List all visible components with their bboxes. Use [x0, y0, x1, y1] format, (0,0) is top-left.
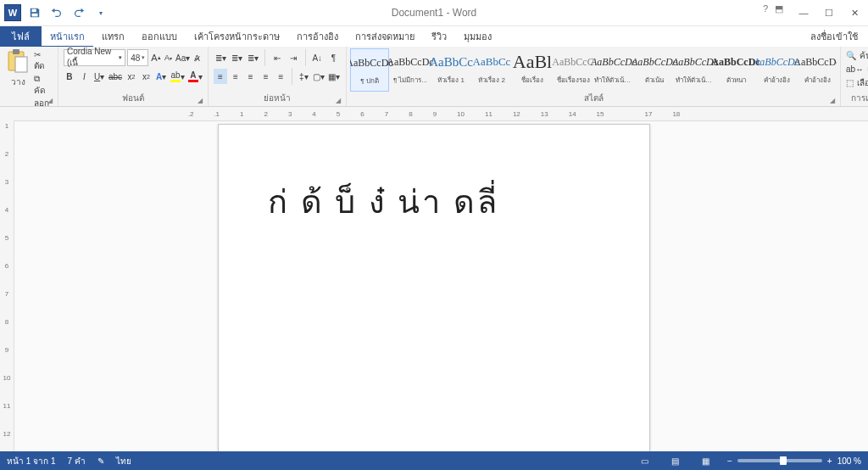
underline-button[interactable]: U▾	[93, 69, 105, 84]
justify-button[interactable]: ≡	[259, 69, 273, 84]
undo-button[interactable]	[47, 3, 66, 22]
font-color-button[interactable]: A▾	[188, 69, 203, 84]
text-effects-button[interactable]: A▾	[155, 69, 167, 84]
view-print-layout[interactable]: ▤	[666, 453, 685, 468]
sign-in-link[interactable]: ลงชื่อเข้าใช้	[800, 26, 868, 47]
decrease-indent-button[interactable]: ⇤	[270, 50, 284, 65]
zoom-level[interactable]: 100 %	[837, 456, 861, 466]
bullets-button[interactable]: ≣▾	[214, 50, 228, 65]
horizontal-ruler[interactable]: .2.11234567891011121314151718	[0, 107, 868, 121]
ruler-tick: 15	[597, 110, 604, 118]
ribbon: วาง ✂ ตัด ⧉ คัดลอก 🖌 ตัวคัดวางรูปแบบ คลิ…	[0, 47, 868, 107]
align-center-button[interactable]: ≡	[229, 69, 242, 84]
style-sample: AaBbCc	[429, 50, 473, 74]
style-caption: ตัวหนา	[726, 75, 746, 86]
minimize-button[interactable]: —	[792, 4, 815, 21]
qat-customize[interactable]: ▾	[92, 3, 110, 22]
view-web-layout[interactable]: ▦	[697, 453, 715, 468]
subscript-button[interactable]: x2	[125, 69, 137, 84]
borders-button[interactable]: ▦▾	[327, 69, 341, 84]
redo-button[interactable]	[70, 3, 88, 22]
bold-button[interactable]: B	[64, 69, 75, 84]
style-tile[interactable]: AaBbCcDcทำให้ตัวเน้น...	[594, 48, 633, 92]
view-read-mode[interactable]: ▭	[636, 453, 654, 468]
cut-button[interactable]: ✂ ตัด	[34, 50, 53, 72]
style-tile[interactable]: AaBbCcDc¶ ปกติ	[350, 48, 389, 92]
page[interactable]: ก่ ด้ บ็ ง๋ น่า ดลี่	[218, 124, 650, 470]
style-tile[interactable]: AaBbCcDcทำให้ตัวเน้น...	[676, 48, 715, 92]
increase-indent-button[interactable]: ⇥	[287, 50, 301, 65]
style-tile[interactable]: AaBlชื่อเรื่อง	[513, 48, 552, 92]
tab-page-layout[interactable]: เค้าโครงหน้ากระดาษ	[186, 26, 288, 47]
line-spacing-button[interactable]: ‡▾	[297, 69, 310, 84]
style-tile[interactable]: AaBbCcDcตัวเน้น	[635, 48, 674, 92]
superscript-button[interactable]: x2	[141, 69, 153, 84]
style-caption: หัวเรื่อง 1	[437, 75, 465, 86]
style-tile[interactable]: AaBbCcCชื่อเรื่องรอง	[554, 48, 593, 92]
numbering-button[interactable]: ≣▾	[230, 50, 244, 65]
save-button[interactable]	[25, 3, 44, 22]
style-tile[interactable]: AaBbCcDcคำอ้างอิง	[757, 48, 796, 92]
tab-home[interactable]: หน้าแรก	[42, 26, 93, 47]
select-button[interactable]: ⬚ เลือก ▾	[846, 76, 868, 89]
find-button[interactable]: 🔍 ค้นหา ▾	[846, 48, 868, 62]
clear-formatting-button[interactable]: A̷	[192, 50, 203, 65]
ribbon-display-options[interactable]: ⬒	[775, 3, 783, 14]
change-case-button[interactable]: Aa▾	[175, 50, 190, 65]
highlight-color-button[interactable]: ab▾	[170, 69, 185, 84]
file-tab[interactable]: ไฟล์	[0, 26, 42, 47]
style-tile[interactable]: AaBbCcDcคำอ้างอิง	[798, 48, 837, 92]
tab-design[interactable]: ออกแบบ	[133, 26, 186, 47]
ruler-tick: 2	[264, 110, 267, 118]
style-caption: ตัวเน้น	[645, 75, 664, 86]
tab-review[interactable]: รีวิว	[423, 26, 455, 47]
styles-dialog-launcher[interactable]: ◢	[830, 97, 838, 105]
shrink-font-button[interactable]: A▾	[163, 50, 174, 65]
close-button[interactable]: ✕	[843, 4, 866, 21]
style-tile[interactable]: AaBbCcหัวเรื่อง 1	[431, 48, 470, 92]
status-page[interactable]: หน้า 1 จาก 1	[7, 455, 55, 467]
status-word-count[interactable]: 7 คำ	[67, 455, 85, 467]
style-tile[interactable]: AaBbCcหัวเรื่อง 2	[472, 48, 511, 92]
align-right-button[interactable]: ≡	[244, 69, 258, 84]
multilevel-list-button[interactable]: ≣▾	[246, 50, 260, 65]
tab-mailings[interactable]: การส่งจดหมาย	[347, 26, 423, 47]
workspace: .2.11234567891011121314151718 1234567891…	[0, 107, 868, 470]
style-caption: ทำให้ตัวเน้น...	[594, 75, 633, 86]
tab-insert[interactable]: แทรก	[93, 26, 133, 47]
document-canvas[interactable]: ก่ ด้ บ็ ง๋ น่า ดลี่	[0, 120, 868, 470]
font-size-combo[interactable]: 48	[127, 49, 148, 66]
document-text[interactable]: ก่ ด้ บ็ ง๋ น่า ดลี่	[268, 176, 600, 227]
style-caption: คำอ้างอิง	[804, 75, 831, 86]
replace-button[interactable]: ab↔ แทนที่	[846, 62, 868, 76]
styles-gallery[interactable]: AaBbCcDc¶ ปกติAaBbCcDc¶ ไม่มีการ...AaBbC…	[350, 48, 837, 92]
style-tile[interactable]: AaBbCcDc¶ ไม่มีการ...	[391, 48, 430, 92]
shading-button[interactable]: ▢▾	[312, 69, 326, 84]
ruler-tick: 10	[457, 110, 465, 118]
status-language[interactable]: ไทย	[116, 455, 131, 467]
show-marks-button[interactable]: ¶	[326, 50, 341, 65]
font-name-combo[interactable]: Cordia New (เนื้ ▾	[64, 49, 125, 66]
distributed-button[interactable]: ≡	[275, 69, 288, 84]
app-icon[interactable]: W	[3, 3, 22, 22]
align-left-button[interactable]: ≡	[214, 69, 227, 84]
grow-font-button[interactable]: A▴	[150, 50, 161, 65]
svg-rect-1	[32, 14, 38, 17]
tab-references[interactable]: การอ้างอิง	[288, 26, 347, 47]
help-button[interactable]: ?	[763, 3, 768, 14]
maximize-button[interactable]: ☐	[817, 4, 841, 21]
status-proofing-icon[interactable]: ✎	[97, 456, 104, 466]
font-dialog-launcher[interactable]: ◢	[198, 97, 206, 105]
zoom-out-button[interactable]: −	[727, 456, 732, 466]
style-caption: คำอ้างอิง	[764, 75, 790, 86]
style-tile[interactable]: AaBbCcDcตัวหนา	[716, 48, 755, 92]
strikethrough-button[interactable]: abc	[108, 69, 122, 84]
sort-button[interactable]: A↓	[310, 50, 325, 65]
group-label-paragraph: ย่อหน้า	[214, 92, 341, 106]
zoom-slider[interactable]	[737, 459, 822, 462]
tab-view[interactable]: มุมมอง	[455, 26, 500, 47]
italic-button[interactable]: I	[79, 69, 91, 84]
clipboard-dialog-launcher[interactable]: ◢	[47, 97, 56, 105]
paragraph-dialog-launcher[interactable]: ◢	[336, 97, 344, 105]
zoom-in-button[interactable]: +	[827, 456, 832, 466]
